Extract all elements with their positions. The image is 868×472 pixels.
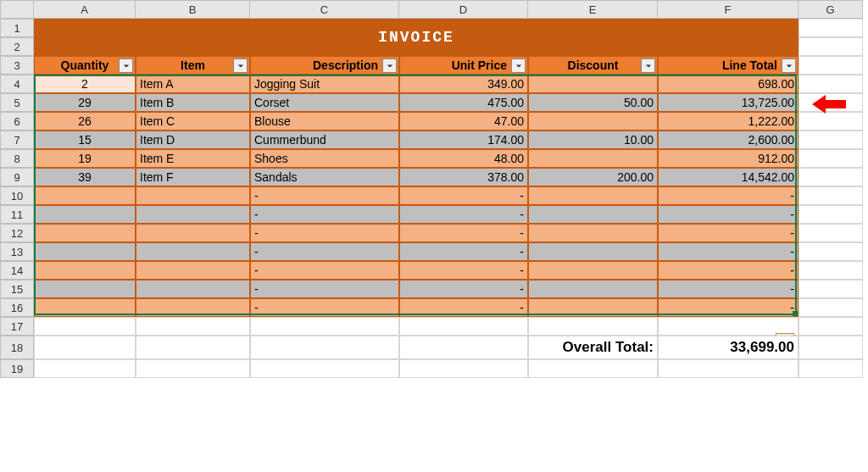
cell-C12[interactable]: - bbox=[250, 224, 399, 242]
cell-F5[interactable]: 13,725.00 bbox=[658, 93, 798, 112]
cell-C6[interactable]: Blouse bbox=[250, 112, 399, 130]
row-19[interactable]: 19 bbox=[0, 359, 34, 378]
cell-C7[interactable]: Cummerbund bbox=[250, 130, 399, 149]
cell-G7[interactable] bbox=[798, 130, 863, 149]
cell-F9[interactable]: 14,542.00 bbox=[658, 168, 798, 186]
cell-G3[interactable] bbox=[798, 56, 863, 75]
header-line-total[interactable]: Line Total bbox=[658, 56, 798, 75]
col-D[interactable]: D bbox=[399, 0, 528, 19]
fill-handle[interactable] bbox=[793, 311, 798, 316]
cell-A6[interactable]: 26 bbox=[34, 112, 136, 130]
cell-A10[interactable] bbox=[34, 186, 136, 205]
cell-G2[interactable] bbox=[798, 37, 863, 56]
cell-D18[interactable] bbox=[399, 336, 528, 359]
cell-A9[interactable]: 39 bbox=[34, 168, 136, 186]
cell-B13[interactable] bbox=[136, 242, 250, 261]
row-18[interactable]: 18 bbox=[0, 336, 34, 359]
cell-F6[interactable]: 1,222.00 bbox=[658, 112, 798, 130]
row-6[interactable]: 6 bbox=[0, 112, 34, 130]
cell-D12[interactable]: - bbox=[399, 224, 528, 242]
cell-D14[interactable]: - bbox=[399, 261, 528, 280]
cell-A13[interactable] bbox=[34, 242, 136, 261]
cell-E17[interactable] bbox=[528, 317, 658, 336]
cell-G9[interactable] bbox=[798, 168, 863, 186]
cell-G18[interactable] bbox=[798, 336, 863, 359]
row-5[interactable]: 5 bbox=[0, 93, 34, 112]
row-13[interactable]: 13 bbox=[0, 242, 34, 261]
cell-F15[interactable]: - bbox=[658, 280, 798, 298]
cell-C11[interactable]: - bbox=[250, 205, 399, 224]
cell-E15[interactable] bbox=[528, 280, 658, 298]
cell-E5[interactable]: 50.00 bbox=[528, 93, 658, 112]
cell-B11[interactable] bbox=[136, 205, 250, 224]
cell-D7[interactable]: 174.00 bbox=[399, 130, 528, 149]
cell-E12[interactable] bbox=[528, 224, 658, 242]
cell-B16[interactable] bbox=[136, 298, 250, 317]
cell-G15[interactable] bbox=[798, 280, 863, 298]
cell-E6[interactable] bbox=[528, 112, 658, 130]
row-14[interactable]: 14 bbox=[0, 261, 34, 280]
cell-E14[interactable] bbox=[528, 261, 658, 280]
cell-D9[interactable]: 378.00 bbox=[399, 168, 528, 186]
cell-A18[interactable] bbox=[34, 336, 136, 359]
cell-C16[interactable]: - bbox=[250, 298, 399, 317]
select-all-corner[interactable] bbox=[0, 0, 34, 19]
cell-A19[interactable] bbox=[34, 359, 136, 378]
cell-C19[interactable] bbox=[250, 359, 399, 378]
filter-description[interactable] bbox=[382, 58, 397, 73]
col-E[interactable]: E bbox=[528, 0, 658, 19]
cell-B10[interactable] bbox=[136, 186, 250, 205]
cell-B18[interactable] bbox=[136, 336, 250, 359]
row-8[interactable]: 8 bbox=[0, 149, 34, 168]
cell-A4[interactable]: 2 bbox=[34, 75, 136, 93]
row-11[interactable]: 11 bbox=[0, 205, 34, 224]
row-1[interactable]: 1 bbox=[0, 19, 34, 37]
col-B[interactable]: B bbox=[136, 0, 250, 19]
cell-G10[interactable] bbox=[798, 186, 863, 205]
row-12[interactable]: 12 bbox=[0, 224, 34, 242]
cell-D6[interactable]: 47.00 bbox=[399, 112, 528, 130]
cell-F16[interactable]: - bbox=[658, 298, 798, 317]
cell-D17[interactable] bbox=[399, 317, 528, 336]
cell-G8[interactable] bbox=[798, 149, 863, 168]
cell-A17[interactable] bbox=[34, 317, 136, 336]
col-C[interactable]: C bbox=[250, 0, 399, 19]
filter-discount[interactable] bbox=[641, 58, 655, 73]
filter-line-total[interactable] bbox=[782, 58, 796, 73]
cell-A16[interactable] bbox=[34, 298, 136, 317]
cell-F4[interactable]: 698.00 bbox=[658, 75, 798, 93]
cell-C18[interactable] bbox=[250, 336, 399, 359]
header-quantity[interactable]: Quantity bbox=[34, 56, 136, 75]
cell-D13[interactable]: - bbox=[399, 242, 528, 261]
cell-E7[interactable]: 10.00 bbox=[528, 130, 658, 149]
cell-C13[interactable]: - bbox=[250, 242, 399, 261]
cell-G1[interactable] bbox=[798, 19, 863, 37]
cell-A14[interactable] bbox=[34, 261, 136, 280]
cell-E4[interactable] bbox=[528, 75, 658, 93]
filter-unit-price[interactable] bbox=[511, 58, 526, 73]
row-9[interactable]: 9 bbox=[0, 168, 34, 186]
cell-G16[interactable] bbox=[798, 298, 863, 317]
cell-G17[interactable] bbox=[798, 317, 863, 336]
cell-A12[interactable] bbox=[34, 224, 136, 242]
cell-C5[interactable]: Corset bbox=[250, 93, 399, 112]
filter-quantity[interactable] bbox=[119, 58, 133, 73]
row-16[interactable]: 16 bbox=[0, 298, 34, 317]
cell-E16[interactable] bbox=[528, 298, 658, 317]
cell-D11[interactable]: - bbox=[399, 205, 528, 224]
cell-D4[interactable]: 349.00 bbox=[399, 75, 528, 93]
col-G[interactable]: G bbox=[798, 0, 863, 19]
cell-F11[interactable]: - bbox=[658, 205, 798, 224]
cell-B4[interactable]: Item A bbox=[136, 75, 250, 93]
cell-G4[interactable] bbox=[798, 75, 863, 93]
row-2[interactable]: 2 bbox=[0, 37, 34, 56]
cell-E10[interactable] bbox=[528, 186, 658, 205]
row-4[interactable]: 4 bbox=[0, 75, 34, 93]
cell-A15[interactable] bbox=[34, 280, 136, 298]
header-discount[interactable]: Discount bbox=[528, 56, 658, 75]
header-item[interactable]: Item bbox=[136, 56, 250, 75]
cell-C10[interactable]: - bbox=[250, 186, 399, 205]
row-10[interactable]: 10 bbox=[0, 186, 34, 205]
cell-G13[interactable] bbox=[798, 242, 863, 261]
cell-E9[interactable]: 200.00 bbox=[528, 168, 658, 186]
